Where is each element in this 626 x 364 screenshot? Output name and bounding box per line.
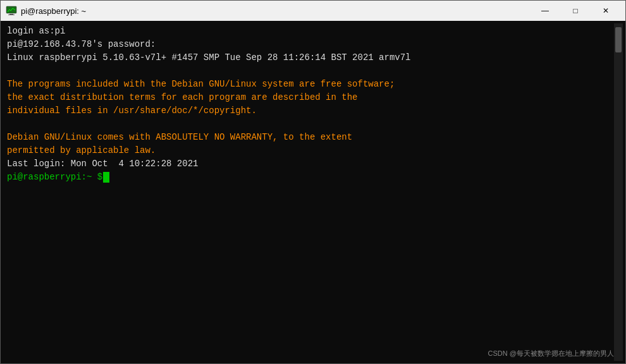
titlebar: pi@raspberrypi: ~ — □ ✕: [1, 1, 625, 21]
terminal-line: Debian GNU/Linux comes with ABSOLUTELY N…: [7, 131, 610, 144]
terminal-line: permitted by applicable law.: [7, 144, 610, 157]
prompt-text: pi@raspberrypi:~ $: [7, 171, 102, 184]
terminal-body[interactable]: login as:pipi@192.168.43.78's password:L…: [1, 21, 625, 363]
svg-rect-2: [8, 15, 15, 15]
terminal-line: [7, 64, 610, 78]
prompt-line: pi@raspberrypi:~ $: [7, 171, 610, 184]
window-controls: — □ ✕: [531, 2, 620, 20]
terminal-line: Last login: Mon Oct 4 10:22:28 2021: [7, 157, 610, 171]
watermark: CSDN @每天被数学摁在地上摩擦的男人: [488, 349, 614, 358]
terminal-window: pi@raspberrypi: ~ — □ ✕ login as:pipi@19…: [0, 0, 626, 364]
terminal-line: Linux raspberrypi 5.10.63-v7l+ #1457 SMP…: [7, 51, 610, 64]
terminal-line: the exact distribution terms for each pr…: [7, 91, 610, 104]
close-button[interactable]: ✕: [591, 2, 620, 20]
terminal-line: individual files in /usr/share/doc/*/cop…: [7, 104, 610, 118]
minimize-button[interactable]: —: [531, 2, 560, 20]
window-title: pi@raspberrypi: ~: [21, 6, 86, 16]
scroll-thumb[interactable]: [615, 27, 622, 52]
terminal-content: login as:pipi@192.168.43.78's password:L…: [3, 23, 614, 361]
terminal-line: login as:pi: [7, 25, 610, 38]
maximize-button[interactable]: □: [561, 2, 590, 20]
scrollbar[interactable]: [614, 23, 623, 361]
titlebar-left: pi@raspberrypi: ~: [6, 5, 86, 16]
cursor: [103, 172, 109, 183]
terminal-line: pi@192.168.43.78's password:: [7, 38, 610, 51]
terminal-line: [7, 118, 610, 131]
terminal-icon: [6, 5, 17, 16]
terminal-line: The programs included with the Debian GN…: [7, 78, 610, 91]
